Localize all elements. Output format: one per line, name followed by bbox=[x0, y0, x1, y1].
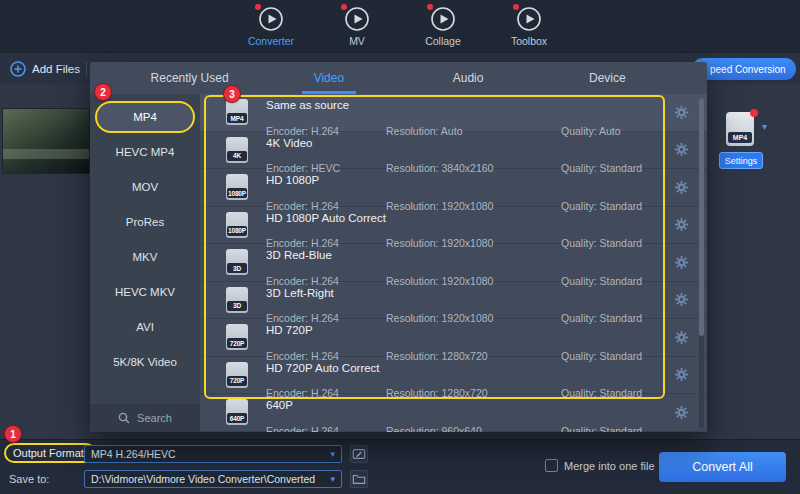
preset-settings-gear-icon[interactable] bbox=[671, 404, 691, 420]
hispeed-conversion-toggle[interactable]: peed Conversion bbox=[692, 58, 796, 80]
top-nav-icon bbox=[430, 6, 456, 32]
merge-checkbox-label: Merge into one file bbox=[564, 460, 655, 472]
sidebar-format-item[interactable]: MKV bbox=[95, 241, 195, 273]
preset-title: 4K Video bbox=[266, 137, 312, 149]
top-nav-label: Toolbox bbox=[511, 35, 547, 47]
search-button[interactable]: Search bbox=[90, 404, 200, 432]
top-nav-icon bbox=[344, 6, 370, 32]
output-format-select[interactable]: MP4 H.264/HEVC ▾ bbox=[84, 445, 342, 463]
preset-row[interactable]: 640P 640P Encoder: H.264 Resolution: 960… bbox=[200, 394, 707, 432]
format-file-icon: 720P bbox=[226, 324, 248, 350]
preset-settings-gear-icon[interactable] bbox=[671, 254, 691, 270]
output-format-file-icon[interactable]: MP4 bbox=[726, 112, 754, 146]
format-file-icon: 4K bbox=[226, 137, 248, 163]
preset-title: 640P bbox=[266, 399, 293, 411]
format-file-icon: 3D bbox=[226, 287, 248, 313]
notification-dot-icon bbox=[513, 4, 519, 10]
format-file-icon: 3D bbox=[226, 249, 248, 275]
notification-dot-icon bbox=[427, 4, 433, 10]
output-format-label: Output Format: bbox=[4, 443, 96, 463]
preset-settings-gear-icon[interactable] bbox=[671, 179, 691, 195]
video-thumbnail[interactable] bbox=[2, 108, 90, 174]
preset-title: Same as source bbox=[266, 99, 349, 111]
settings-button[interactable]: Settings bbox=[719, 152, 763, 169]
add-plus-icon bbox=[10, 61, 26, 77]
top-navigation-bar: Converter MV bbox=[0, 0, 800, 52]
preset-row[interactable]: MP4 Same as source Encoder: H.264 Resolu… bbox=[200, 94, 707, 132]
preset-title: 3D Red-Blue bbox=[266, 249, 332, 261]
edit-profile-icon-button[interactable] bbox=[350, 445, 368, 463]
format-file-icon: 1080P bbox=[226, 174, 248, 200]
top-nav-item[interactable]: Toolbox bbox=[499, 6, 559, 47]
convert-all-button[interactable]: Convert All bbox=[659, 452, 786, 482]
notification-dot-icon bbox=[341, 4, 347, 10]
divider bbox=[86, 62, 87, 76]
preset-encoder: Encoder: H.264 bbox=[266, 425, 339, 433]
preset-resolution: Resolution: 960x640 bbox=[386, 425, 482, 433]
annotation-badge-3: 3 bbox=[224, 86, 240, 102]
preset-row[interactable]: 720P HD 720P Encoder: H.264 Resolution: … bbox=[200, 319, 707, 357]
preset-row[interactable]: 1080P HD 1080P Auto Correct Encoder: H.2… bbox=[200, 207, 707, 245]
preset-row[interactable]: 720P HD 720P Auto Correct Encoder: H.264… bbox=[200, 357, 707, 395]
preset-settings-gear-icon[interactable] bbox=[671, 104, 691, 120]
output-format-chevron-icon[interactable]: ▾ bbox=[762, 121, 767, 132]
save-to-path: D:\Vidmore\Vidmore Video Converter\Conve… bbox=[91, 473, 315, 485]
add-files-label: Add Files bbox=[32, 63, 80, 75]
sidebar-format-item[interactable]: MOV bbox=[95, 171, 195, 203]
save-to-label: Save to: bbox=[9, 473, 49, 485]
format-tab[interactable]: Video bbox=[259, 62, 398, 94]
sidebar-format-item[interactable]: ProRes bbox=[95, 206, 195, 238]
sidebar-format-item[interactable]: MP4 bbox=[95, 101, 195, 133]
preset-row[interactable]: 1080P HD 1080P Encoder: H.264 Resolution… bbox=[200, 169, 707, 207]
preset-list-scrollbar[interactable] bbox=[699, 98, 704, 428]
output-format-value: MP4 H.264/HEVC bbox=[91, 448, 176, 460]
chevron-down-icon: ▾ bbox=[330, 449, 335, 459]
preset-settings-gear-icon[interactable] bbox=[671, 142, 691, 158]
scrollbar-thumb[interactable] bbox=[699, 98, 704, 336]
format-file-icon: 1080P bbox=[226, 212, 248, 238]
preset-title: 3D Left-Right bbox=[266, 287, 334, 299]
output-format-panel: Recently Used Video Audio Device bbox=[90, 62, 707, 432]
open-folder-icon-button[interactable] bbox=[350, 470, 368, 488]
annotation-badge-1: 1 bbox=[5, 426, 21, 442]
preset-settings-gear-icon[interactable] bbox=[671, 217, 691, 233]
format-panel-body: MP4 HEVC MP4 MOV ProRes MKV HEVC MKV AVI bbox=[90, 94, 707, 432]
format-file-icon: MP4 bbox=[226, 99, 248, 125]
merge-checkbox[interactable] bbox=[545, 459, 558, 472]
sidebar-format-item[interactable]: HEVC MKV bbox=[95, 276, 195, 308]
preset-settings-gear-icon[interactable] bbox=[671, 329, 691, 345]
format-tab[interactable]: Device bbox=[538, 62, 677, 94]
top-nav-item[interactable]: Collage bbox=[413, 6, 473, 47]
add-files-button[interactable]: Add Files ▾ bbox=[10, 61, 97, 77]
preset-title: HD 720P Auto Correct bbox=[266, 362, 380, 374]
search-icon bbox=[118, 412, 130, 424]
top-nav-label: Collage bbox=[425, 35, 461, 47]
format-badge-dot-icon bbox=[750, 109, 758, 117]
merge-into-one-file-option: Merge into one file bbox=[545, 459, 655, 472]
format-tabs: Recently Used Video Audio Device bbox=[90, 62, 707, 95]
notification-dot-icon bbox=[255, 4, 261, 10]
save-to-select[interactable]: D:\Vidmore\Vidmore Video Converter\Conve… bbox=[84, 470, 342, 488]
bottom-bar: Output Format: MP4 H.264/HEVC ▾ Save to:… bbox=[0, 439, 800, 494]
format-tab[interactable]: Audio bbox=[399, 62, 538, 94]
preset-row[interactable]: 4K 4K Video Encoder: HEVC Resolution: 38… bbox=[200, 132, 707, 170]
top-nav-icon bbox=[516, 6, 542, 32]
top-nav-item[interactable]: MV bbox=[327, 6, 387, 47]
preset-title: HD 720P bbox=[266, 324, 313, 336]
preset-title: HD 1080P bbox=[266, 174, 319, 186]
format-file-icon: 720P bbox=[226, 362, 248, 388]
preset-row[interactable]: 3D 3D Red-Blue Encoder: H.264 Resolution… bbox=[200, 244, 707, 282]
preset-list: MP4 Same as source Encoder: H.264 Resolu… bbox=[200, 94, 707, 432]
preset-quality: Quality: Standard bbox=[561, 425, 642, 433]
sidebar-format-item[interactable]: AVI bbox=[95, 311, 195, 343]
format-file-icon: 640P bbox=[226, 399, 248, 425]
preset-settings-gear-icon[interactable] bbox=[671, 367, 691, 383]
top-nav-label: MV bbox=[349, 35, 365, 47]
sidebar-format-item[interactable]: 5K/8K Video bbox=[95, 346, 195, 378]
format-sidebar: MP4 HEVC MP4 MOV ProRes MKV HEVC MKV AVI bbox=[90, 94, 200, 432]
preset-row[interactable]: 3D 3D Left-Right Encoder: H.264 Resoluti… bbox=[200, 282, 707, 320]
preset-settings-gear-icon[interactable] bbox=[671, 292, 691, 308]
top-nav-item[interactable]: Converter bbox=[241, 6, 301, 47]
sidebar-format-item[interactable]: HEVC MP4 bbox=[95, 136, 195, 168]
search-label: Search bbox=[137, 412, 172, 424]
